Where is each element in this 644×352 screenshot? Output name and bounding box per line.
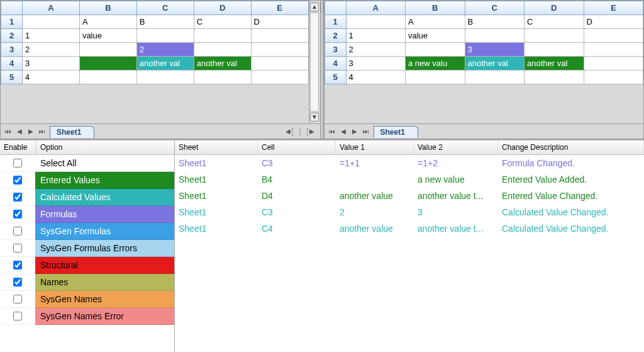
cell[interactable] [465,71,525,84]
last-sheet-icon[interactable]: ⏭ [37,127,47,137]
next-sheet-icon[interactable]: ▶ [26,127,36,137]
scroll-down-icon[interactable]: ▼ [310,113,319,122]
option-row[interactable]: Formulas [0,206,174,223]
options-list[interactable]: Select AllEntered ValuesCalculated Value… [0,155,174,352]
option-checkbox[interactable] [13,278,22,287]
cell[interactable] [525,71,584,84]
cell[interactable] [525,29,584,43]
cell[interactable] [251,43,308,57]
changes-col-value1[interactable]: Value 1 [336,140,414,154]
prev-sheet-icon[interactable]: ◀ [338,127,348,137]
cell[interactable]: A [79,15,136,29]
scroll-right-icon[interactable]: ▶ [306,127,318,137]
cell[interactable] [251,57,308,71]
left-horizontal-scrollbar[interactable]: ◀ ⋮⋮⋮ ▶ [282,127,318,137]
cell[interactable] [136,71,194,84]
cell[interactable] [194,71,251,84]
cell[interactable] [346,15,406,29]
cell[interactable]: B [136,15,194,29]
cell[interactable]: C [194,15,251,29]
option-checkbox[interactable] [13,176,22,185]
option-checkbox[interactable] [13,244,22,253]
prev-sheet-icon[interactable]: ◀ [14,127,25,137]
option-checkbox[interactable] [13,227,22,236]
row-header[interactable]: 5 [325,71,346,84]
col-header-E[interactable]: E [584,1,643,15]
option-checkbox[interactable] [13,210,22,219]
cell[interactable] [136,29,194,43]
cell[interactable]: 3 [23,57,80,71]
col-header-A[interactable]: A [346,1,406,15]
cell[interactable]: 2 [136,43,194,57]
option-row[interactable]: Entered Values [0,172,174,189]
first-sheet-icon[interactable]: ⏮ [327,127,337,137]
cell[interactable]: a new valu [406,57,465,71]
row-header[interactable]: 4 [325,57,346,71]
option-row[interactable]: Names [0,274,174,291]
splitter-handle-icon[interactable] [321,3,323,12]
cell[interactable] [23,15,80,29]
col-header-C[interactable]: C [465,1,525,15]
cell[interactable] [584,43,643,57]
next-sheet-icon[interactable]: ▶ [350,127,360,137]
row-header[interactable]: 4 [1,57,23,71]
changes-col-description[interactable]: Change Description [498,140,644,154]
cell[interactable] [79,57,136,71]
change-row[interactable]: Sheet1D4another valueanother value t...E… [175,188,644,204]
col-header-E[interactable]: E [251,1,308,15]
option-checkbox[interactable] [13,193,22,202]
row-header[interactable]: 1 [1,15,23,29]
cell[interactable]: another val [525,57,584,71]
cell[interactable] [406,71,465,84]
left-grid[interactable]: A B C D E 1 A B C D [1,1,309,123]
cell[interactable]: D [584,15,643,29]
cell[interactable]: C [525,15,584,29]
cell[interactable]: another val [465,57,525,71]
cell[interactable] [525,43,584,57]
cell[interactable] [465,29,525,43]
right-grid[interactable]: A B C D E 1 A B C D [325,1,644,123]
cell[interactable]: 4 [346,71,406,84]
sheet-tab[interactable]: Sheet1 [374,126,418,138]
cell[interactable]: 1 [23,29,80,43]
cell[interactable]: 3 [465,43,525,57]
col-header-B[interactable]: B [79,1,136,15]
option-row[interactable]: Structural [0,257,174,274]
cell[interactable]: A [406,15,465,29]
cell[interactable] [194,29,251,43]
corner-cell[interactable] [1,1,23,15]
option-row[interactable]: SysGen Formulas [0,223,174,240]
changes-body[interactable]: Sheet1C3=1+1=1+2Formula Changed.Sheet1B4… [175,155,644,352]
cell[interactable]: value [79,29,136,43]
cell[interactable] [406,43,465,57]
col-header-B[interactable]: B [406,1,465,15]
row-header[interactable]: 1 [325,15,346,29]
changes-col-sheet[interactable]: Sheet [175,140,258,154]
cell[interactable]: 2 [23,43,80,57]
option-checkbox[interactable] [13,159,22,167]
cell[interactable] [194,43,251,57]
change-row[interactable]: Sheet1C323Calculated Value Changed. [175,204,644,220]
col-header-A[interactable]: A [23,1,80,15]
scroll-grip-icon[interactable]: ⋮⋮⋮ [295,127,305,137]
option-checkbox[interactable] [13,295,22,304]
change-row[interactable]: Sheet1C4another valueanother value t...C… [175,220,644,237]
cell[interactable]: 4 [23,71,80,84]
changes-col-value2[interactable]: Value 2 [414,140,498,154]
cell[interactable] [79,43,136,57]
option-row[interactable]: SysGen Names Error [0,308,174,325]
col-header-C[interactable]: C [136,1,194,15]
cell[interactable] [251,29,308,43]
cell[interactable]: 3 [346,57,406,71]
cell[interactable] [251,71,308,84]
change-row[interactable]: Sheet1C3=1+1=1+2Formula Changed. [175,155,644,171]
changes-col-cell[interactable]: Cell [258,140,336,154]
row-header[interactable]: 2 [325,29,346,43]
cell[interactable] [584,29,643,43]
option-row[interactable]: SysGen Names [0,291,174,308]
cell[interactable] [79,71,136,84]
cell[interactable]: 2 [346,43,406,57]
cell[interactable]: value [406,29,465,43]
change-row[interactable]: Sheet1B4a new valueEntered Value Added. [175,171,644,188]
row-header[interactable]: 3 [325,43,346,57]
